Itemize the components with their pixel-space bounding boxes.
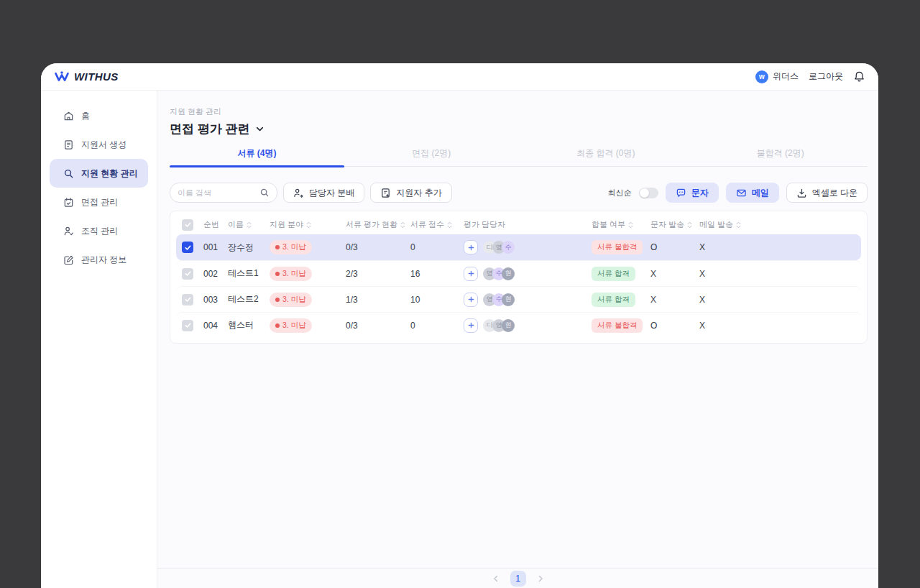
cell-mail: X [699,295,751,305]
table-row[interactable]: 003 테스트2 3. 미납 1/3 10 영 수 현 서류 합격 X [176,286,861,312]
cell-managers: 디 영 수 [464,240,592,254]
cell-sms: O [650,242,699,252]
sidebar-item-create-application[interactable]: 지원서 생성 [50,130,148,159]
header-name[interactable]: 이름 [228,219,270,230]
add-manager-button[interactable] [464,293,478,307]
field-badge: 3. 미납 [270,318,312,333]
cell-no: 002 [203,269,228,279]
sidebar-item-admin-info[interactable]: 관리자 정보 [50,245,148,274]
dot-icon [275,272,280,276]
sort-icon [736,221,741,229]
manager-avatar: 수 [502,241,515,254]
assign-manager-button[interactable]: 담당자 분배 [283,183,364,203]
topbar: WITHUS w 위더스 로그아웃 [41,63,878,91]
download-icon [796,188,807,198]
cell-progress: 0/3 [346,242,410,252]
table-row[interactable]: 004 햄스터 3. 미납 0/3 0 디 영 현 서류 불합격 O [176,312,861,338]
home-icon [63,111,74,121]
dot-icon [275,323,280,328]
tab-documents[interactable]: 서류 (4명) [170,147,344,166]
mail-button[interactable]: 메일 [726,183,779,203]
cell-progress: 0/3 [346,321,410,331]
edit-icon [63,254,74,265]
cell-score: 0 [410,242,464,252]
excel-download-button[interactable]: 엑셀로 다운 [786,183,868,203]
manager-avatar: 현 [502,319,515,332]
sort-icon [247,221,252,229]
cell-score: 0 [410,321,464,331]
header-sms[interactable]: 문자 발송 [650,219,699,230]
sidebar-item-label: 지원서 생성 [81,139,126,151]
prev-page-chevron-icon[interactable] [492,574,500,583]
document-icon [63,139,74,150]
sidebar-item-label: 홈 [81,110,90,122]
chat-bubble-icon [676,188,686,198]
assign-manager-label: 담당자 분배 [309,187,354,199]
add-applicant-button[interactable]: 지원자 추가 [370,183,451,203]
row-checkbox[interactable] [182,242,193,253]
sort-icon [628,221,633,229]
cell-managers: 영 수 현 [464,267,592,281]
header-result[interactable]: 합불 여부 [592,219,650,230]
add-manager-button[interactable] [464,267,478,281]
cell-sms: O [650,321,699,331]
person-arrow-icon [293,188,304,198]
dot-icon [275,245,280,249]
header-score[interactable]: 서류 점수 [410,219,464,230]
brand-text: WITHUS [74,70,119,83]
sidebar-item-interview[interactable]: 면접 관리 [50,188,148,216]
table-row[interactable]: 002 테스트1 3. 미납 2/3 16 영 수 현 서류 합격 X [176,260,861,286]
file-plus-icon [380,188,391,198]
add-manager-button[interactable] [464,318,478,333]
row-checkbox[interactable] [182,320,193,331]
cell-name: 햄스터 [228,319,270,331]
result-badge: 서류 합격 [592,293,635,307]
cell-progress: 1/3 [346,295,410,305]
user-menu[interactable]: w 위더스 [755,70,799,83]
cell-name: 테스트2 [228,293,270,306]
search-input[interactable] [178,188,255,197]
cell-managers: 영 수 현 [464,293,592,307]
user-avatar: w [755,70,768,83]
envelope-icon [736,188,747,198]
header-field[interactable]: 지원 분야 [270,219,346,230]
sidebar-item-application-status[interactable]: 지원 현황 관리 [50,159,148,188]
sms-button[interactable]: 문자 [666,183,719,203]
cell-managers: 디 영 현 [464,318,592,333]
sort-latest-label: 최신순 [608,188,632,198]
table-row[interactable]: 001 장수정 3. 미납 0/3 0 디 영 수 서류 불합격 O [176,234,861,260]
add-manager-button[interactable] [464,240,478,254]
search-icon [63,168,74,179]
row-checkbox[interactable] [182,294,193,306]
add-applicant-label: 지원자 추가 [396,187,441,199]
tab-interview[interactable]: 면접 (2명) [344,147,519,166]
cell-sms: X [650,295,699,305]
search-icon[interactable] [259,188,270,198]
row-checkbox[interactable] [182,268,193,280]
manager-avatar: 현 [502,267,515,280]
title-chevron-down-icon[interactable] [255,124,264,134]
tab-rejected[interactable]: 불합격 (2명) [693,147,868,166]
sidebar-item-organization[interactable]: 조직 관리 [50,216,148,245]
logout-button[interactable]: 로그아웃 [809,70,843,83]
manager-avatar: 현 [502,293,515,306]
people-icon [63,226,74,236]
sort-toggle[interactable] [639,188,658,198]
select-all-checkbox[interactable] [182,219,193,231]
sidebar-item-label: 조직 관리 [81,225,118,237]
next-page-chevron-icon[interactable] [536,574,545,583]
brand-logo[interactable]: WITHUS [54,70,119,83]
cell-score: 16 [410,269,464,279]
breadcrumb: 지원 현황 관리 [170,106,868,117]
header-no: 순번 [203,219,228,230]
sidebar-item-label: 면접 관리 [81,196,118,208]
search-box [170,183,277,203]
cell-mail: X [699,321,751,331]
header-mail[interactable]: 메일 발송 [699,219,751,230]
current-page-button[interactable]: 1 [510,571,526,587]
sidebar-item-home[interactable]: 홈 [50,101,148,130]
header-progress[interactable]: 서류 평가 현황 [346,219,410,230]
notification-bell-icon[interactable] [853,70,865,83]
tab-final-pass[interactable]: 최종 합격 (0명) [519,147,694,166]
dot-icon [275,298,280,302]
